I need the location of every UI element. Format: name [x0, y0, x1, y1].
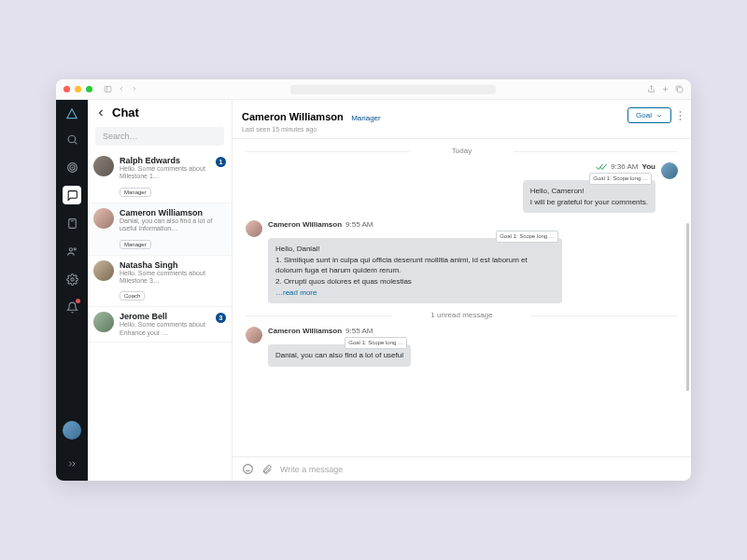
avatar: [93, 208, 114, 229]
user-avatar[interactable]: [63, 421, 81, 440]
chat-header: Cameron Williamson Manager Last seen 15 …: [233, 100, 691, 139]
message-composer: [233, 456, 691, 481]
attachment-icon[interactable]: [261, 464, 273, 475]
chevron-down-icon: [655, 112, 663, 119]
conversation-preview: Hello. Some comments about Milestone 3…: [120, 270, 226, 286]
conversation-list: Ralph Edwards Hello. Some comments about…: [88, 151, 232, 481]
message-line: Danial, you can also find a lot of usefu…: [275, 350, 403, 361]
avatar: [93, 312, 114, 332]
message-time: 9:36 AM: [611, 162, 638, 171]
svg-point-11: [71, 166, 72, 167]
goal-chip[interactable]: Goal 1: Scope long …: [496, 231, 558, 243]
chat-pane: Cameron Williamson Manager Last seen 15 …: [233, 100, 691, 481]
nav-search-icon[interactable]: [63, 130, 81, 148]
titlebar: [56, 79, 691, 100]
scrollbar[interactable]: [686, 223, 689, 391]
message-line: Hello, Cameron!: [530, 186, 648, 197]
avatar: [93, 260, 114, 281]
goal-dropdown-button[interactable]: Goal: [627, 107, 671, 123]
app-logo-icon[interactable]: [65, 107, 78, 120]
nav-settings-icon[interactable]: [63, 270, 81, 288]
conversation-item[interactable]: Cameron Williamson Danial, you can also …: [88, 203, 232, 256]
svg-point-19: [680, 119, 682, 120]
conversation-item[interactable]: Natasha Singh Hello. Some comments about…: [88, 256, 232, 308]
page-title: Chat: [112, 105, 139, 119]
svg-rect-12: [68, 218, 76, 228]
nav-people-icon[interactable]: [63, 242, 81, 260]
svg-line-8: [75, 142, 77, 144]
avatar: [246, 327, 262, 343]
role-tag: Coach: [120, 291, 145, 301]
close-window-icon[interactable]: [63, 86, 70, 92]
back-icon[interactable]: [95, 107, 106, 119]
conversation-name: Natasha Singh: [120, 260, 226, 270]
message-time: 9:55 AM: [345, 220, 373, 229]
collapse-rail-icon[interactable]: [63, 455, 81, 473]
conversation-name: Cameron Williamson: [120, 208, 226, 217]
conversation-preview: Hello. Some comments about Enhance your …: [120, 321, 226, 337]
message-author: Cameron Williamson: [268, 220, 342, 229]
conversation-name: Jerome Bell: [120, 312, 226, 321]
message-author: You: [641, 162, 655, 171]
goal-chip[interactable]: Goal 1: Scope long …: [345, 337, 407, 349]
unread-badge: 1: [216, 157, 226, 167]
svg-point-20: [244, 465, 253, 474]
message-line: 2. Orrupti quos dolores et quas molestia…: [275, 276, 555, 287]
traffic-lights: [63, 86, 92, 92]
new-tab-icon[interactable]: [661, 85, 669, 93]
message-row: 9:36 AM You Goal 1: Scope long … Hello, …: [246, 162, 678, 213]
svg-point-14: [69, 247, 72, 250]
nav-rail: [56, 100, 88, 481]
conversation-preview: Danial, you can also find a lot of usefu…: [120, 217, 226, 233]
message-author: Cameron Williamson: [268, 327, 342, 335]
message-row: Cameron Williamson 9:55 AM Goal 1: Scope…: [246, 220, 678, 303]
message-input[interactable]: [280, 465, 682, 474]
nav-target-icon[interactable]: [63, 158, 81, 176]
minimize-window-icon[interactable]: [75, 86, 81, 92]
chat-contact-role: Manager: [351, 114, 381, 122]
message-line: I will be grateful for your comments.: [530, 197, 648, 208]
avatar: [93, 156, 114, 176]
nav-back-icon[interactable]: [118, 85, 125, 93]
svg-point-18: [680, 115, 682, 117]
svg-point-16: [70, 277, 73, 280]
share-icon[interactable]: [647, 85, 655, 93]
svg-point-15: [74, 247, 76, 249]
conversation-item[interactable]: Ralph Edwards Hello. Some comments about…: [88, 151, 232, 203]
svg-rect-0: [105, 87, 111, 92]
unread-separator: 1 unread message: [246, 311, 678, 319]
message-bubble: Goal 1: Scope long … Hello, Cameron! I w…: [523, 180, 655, 213]
conversation-preview: Hello. Some comments about Milestone 1…: [120, 165, 226, 181]
last-seen: Last seen 15 minutes ago: [242, 126, 381, 133]
role-tag: Manager: [120, 240, 151, 249]
chat-contact-name: Cameron Williamson: [242, 111, 344, 122]
conversation-item[interactable]: Jerome Bell Hello. Some comments about E…: [88, 307, 232, 343]
maximize-window-icon[interactable]: [86, 86, 92, 92]
nav-bell-icon[interactable]: [63, 298, 81, 316]
browser-nav: [104, 85, 138, 93]
more-options-icon[interactable]: [679, 110, 682, 121]
search-input[interactable]: Search…: [95, 127, 224, 146]
message-bubble: Goal 1: Scope long … Hello, Danial! 1. S…: [268, 238, 562, 303]
nav-forward-icon[interactable]: [131, 85, 138, 93]
search-placeholder: Search…: [103, 132, 138, 141]
avatar: [246, 220, 262, 237]
message-list[interactable]: Today 9:36 AM You Goal 1: Scope long …: [233, 139, 691, 456]
goal-chip[interactable]: Goal 1: Scope long …: [589, 173, 652, 185]
notification-dot: [76, 299, 80, 303]
tabs-icon[interactable]: [675, 85, 684, 93]
url-bar[interactable]: [144, 85, 641, 94]
sidebar-toggle-icon[interactable]: [104, 85, 112, 93]
role-tag: Manager: [120, 188, 151, 197]
nav-chat-icon[interactable]: [63, 186, 81, 204]
nav-notebook-icon[interactable]: [63, 214, 81, 232]
svg-rect-5: [678, 88, 683, 92]
svg-marker-6: [67, 109, 78, 119]
app-window: Chat Search… Ralph Edwards Hello. Some c…: [56, 79, 691, 481]
message-time: 9:55 AM: [345, 327, 373, 335]
message-line: 1. Similique sunt in culpa qui officia d…: [275, 255, 555, 276]
emoji-icon[interactable]: [242, 463, 254, 475]
read-more-link[interactable]: …read more: [275, 287, 555, 299]
avatar: [661, 162, 678, 179]
day-separator: Today: [246, 147, 678, 155]
